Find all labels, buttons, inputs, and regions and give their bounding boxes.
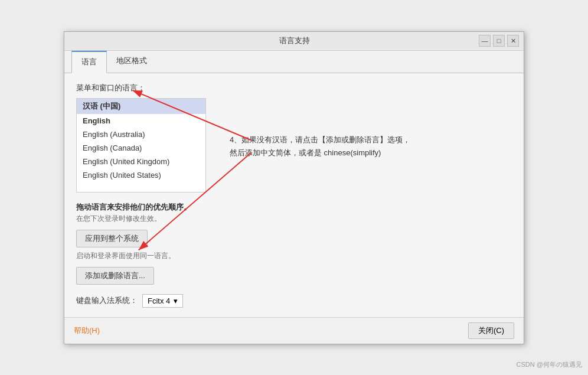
minimize-button[interactable]: — — [479, 35, 491, 47]
language-item-english-ca[interactable]: English (Canada) — [77, 141, 205, 155]
language-item-chinese[interactable]: 汉语 (中国) — [77, 99, 205, 114]
drag-subhint: 在您下次登录时修改生效。 — [76, 214, 512, 224]
window-controls: — □ ✕ — [479, 35, 519, 47]
tab-region[interactable]: 地区格式 — [107, 51, 156, 73]
add-remove-language-button[interactable]: 添加或删除语言... — [76, 267, 154, 285]
drag-hint: 拖动语言来安排他们的优先顺序。 — [76, 202, 512, 213]
main-window: 语言支持 — □ ✕ 语言 地区格式 菜单和窗口的语言： 汉语 (中国) Eng… — [64, 31, 524, 344]
language-item-english-au[interactable]: English (Australia) — [77, 128, 205, 141]
annotation-text: 4、如果没有汉语，请点击【添加或删除语言】选项， 然后添加中文简体，或者是 ch… — [230, 133, 410, 159]
section-label: 菜单和窗口的语言： — [76, 83, 512, 93]
keyboard-label: 键盘输入法系统： — [76, 295, 138, 306]
footer-buttons: 关闭(C) — [468, 322, 514, 339]
login-hint: 启动和登录界面使用同一语言。 — [76, 251, 512, 261]
tab-language[interactable]: 语言 — [71, 51, 107, 73]
maximize-button[interactable]: □ — [493, 35, 505, 47]
chevron-down-icon: ▾ — [174, 296, 178, 305]
footer: 帮助(H) 关闭(C) — [64, 317, 524, 344]
keyboard-row: 键盘输入法系统： Fcitx 4 ▾ — [76, 294, 512, 308]
help-link[interactable]: 帮助(H) — [74, 325, 100, 336]
annotation-area: 4、如果没有汉语，请点击【添加或删除语言】选项， 然后添加中文简体，或者是 ch… — [230, 98, 410, 193]
keyboard-select[interactable]: Fcitx 4 ▾ — [142, 294, 183, 308]
csdn-watermark: CSDN @何年の猿遇见 — [517, 360, 582, 369]
titlebar: 语言支持 — □ ✕ — [64, 32, 524, 51]
language-list: 汉语 (中国) English English (Australia) Engl… — [76, 98, 206, 193]
tab-bar: 语言 地区格式 — [64, 51, 524, 73]
content-area: 菜单和窗口的语言： 汉语 (中国) English English (Austr… — [64, 73, 524, 317]
language-item-english-uk[interactable]: English (United Kingdom) — [77, 155, 205, 168]
keyboard-value: Fcitx 4 — [148, 296, 170, 305]
language-item-english-us[interactable]: English (United States) — [77, 168, 205, 182]
apply-system-button[interactable]: 应用到整个系统 — [76, 230, 148, 247]
footer-close-button[interactable]: 关闭(C) — [468, 322, 514, 339]
window-title: 语言支持 — [110, 35, 479, 46]
language-item-english[interactable]: English — [77, 114, 205, 128]
close-button[interactable]: ✕ — [507, 35, 519, 47]
